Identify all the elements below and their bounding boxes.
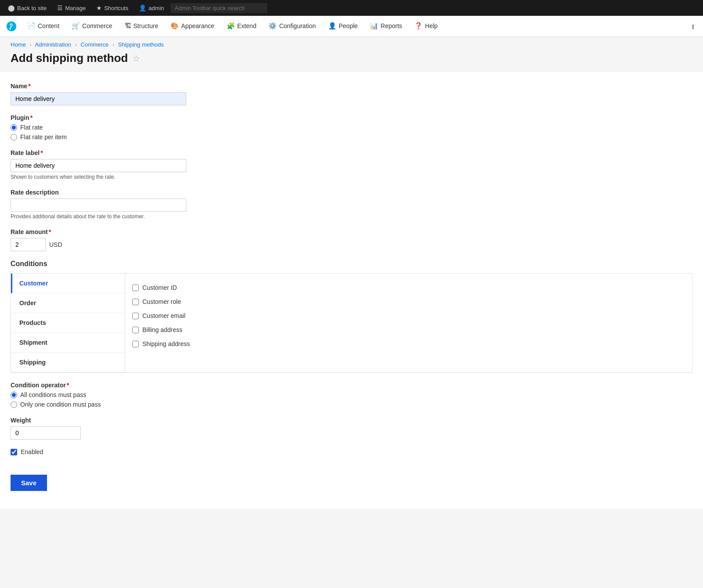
- nav-right: ⫿: [686, 16, 699, 37]
- breadcrumb-administration[interactable]: Administration: [35, 41, 71, 48]
- nav-extend[interactable]: 🧩 Extend: [221, 16, 263, 36]
- nav-people-label: People: [339, 22, 358, 29]
- content-area: Name* Plugin* Flat rate Flat rate per it…: [0, 72, 703, 509]
- people-icon: 👤: [328, 22, 337, 30]
- nav-toggle[interactable]: ⫿: [686, 16, 699, 37]
- condition-shipping-address-label: Shipping address: [142, 340, 190, 347]
- breadcrumb-home[interactable]: Home: [11, 41, 26, 48]
- condition-operator-all[interactable]: All conditions must pass: [11, 391, 692, 398]
- plugin-radio-group: Flat rate Flat rate per item: [11, 124, 692, 141]
- condition-tab-products[interactable]: Products: [11, 313, 125, 333]
- nav-help[interactable]: ❓ Help: [408, 16, 444, 36]
- admin-user[interactable]: 👤 admin: [134, 0, 168, 16]
- weight-field-group: Weight: [11, 417, 692, 440]
- condition-customer-email[interactable]: Customer email: [132, 309, 685, 323]
- back-to-site[interactable]: ⬤ Back to site: [4, 0, 51, 16]
- condition-shipping-address-checkbox[interactable]: [132, 341, 139, 347]
- manage-label: Manage: [65, 5, 86, 11]
- condition-operator-one-label: Only one condition must pass: [20, 401, 101, 408]
- name-required: *: [28, 83, 30, 90]
- nav-structure[interactable]: 🏗 Structure: [119, 16, 165, 36]
- star-icon: ★: [96, 4, 102, 11]
- site-logo[interactable]: [4, 18, 19, 34]
- nav-reports[interactable]: 📊 Reports: [364, 16, 408, 36]
- plugin-flat-rate-per-item-radio[interactable]: [11, 134, 17, 141]
- plugin-flat-rate-per-item[interactable]: Flat rate per item: [11, 133, 692, 141]
- rate-description-field-group: Rate description Provides additional det…: [11, 189, 692, 220]
- conditions-content: Customer ID Customer role Customer email…: [125, 274, 692, 372]
- condition-operator-all-radio[interactable]: [11, 392, 17, 398]
- manage-menu[interactable]: ☰ Manage: [53, 0, 90, 16]
- admin-search-input[interactable]: [170, 3, 267, 13]
- enabled-checkbox[interactable]: [11, 449, 17, 455]
- rate-amount-required: *: [49, 228, 51, 235]
- condition-customer-id[interactable]: Customer ID: [132, 281, 685, 295]
- plugin-flat-rate-radio[interactable]: [11, 124, 17, 131]
- rate-description-label: Rate description: [11, 189, 692, 196]
- conditions-sidebar: Customer Order Products Shipment Shippin…: [11, 274, 125, 372]
- rate-label-field-group: Rate label* Shown to customers when sele…: [11, 149, 692, 180]
- plugin-flat-rate[interactable]: Flat rate: [11, 124, 692, 131]
- shortcuts-menu[interactable]: ★ Shortcuts: [92, 0, 133, 16]
- breadcrumb-sep-2: ›: [75, 41, 77, 48]
- toggle-icon: ⫿: [692, 23, 695, 30]
- rate-amount-input[interactable]: [11, 238, 46, 251]
- condition-tab-shipping[interactable]: Shipping: [11, 353, 125, 372]
- rate-label-required: *: [40, 149, 43, 156]
- name-input[interactable]: [11, 92, 186, 105]
- condition-operator-label: Condition operator*: [11, 382, 692, 389]
- condition-tab-customer[interactable]: Customer: [11, 274, 125, 293]
- help-icon: ❓: [414, 22, 423, 30]
- reports-icon: 📊: [370, 22, 378, 30]
- nav-appearance[interactable]: 🎨 Appearance: [164, 16, 221, 36]
- save-button[interactable]: Save: [11, 475, 47, 491]
- condition-customer-email-checkbox[interactable]: [132, 313, 139, 319]
- extend-icon: 🧩: [227, 22, 235, 30]
- condition-shipping-address[interactable]: Shipping address: [132, 337, 685, 351]
- breadcrumb-sep-1: ›: [29, 41, 31, 48]
- condition-operator-one[interactable]: Only one condition must pass: [11, 401, 692, 408]
- rate-description-input[interactable]: [11, 198, 186, 212]
- nav-configuration[interactable]: ⚙️ Configuration: [262, 16, 322, 36]
- condition-customer-role[interactable]: Customer role: [132, 295, 685, 309]
- weight-label: Weight: [11, 417, 692, 424]
- condition-customer-email-label: Customer email: [142, 312, 185, 319]
- name-field-group: Name*: [11, 83, 692, 105]
- conditions-layout: Customer Order Products Shipment Shippin…: [11, 273, 692, 373]
- nav-appearance-label: Appearance: [181, 22, 214, 29]
- plugin-field-group: Plugin* Flat rate Flat rate per item: [11, 114, 692, 141]
- nav-reports-label: Reports: [380, 22, 402, 29]
- condition-tab-shipment[interactable]: Shipment: [11, 333, 125, 353]
- nav-commerce-label: Commerce: [82, 22, 112, 29]
- condition-customer-id-checkbox[interactable]: [132, 285, 139, 291]
- breadcrumb-shipping-methods[interactable]: Shipping methods: [118, 41, 164, 48]
- plugin-flat-rate-per-item-label: Flat rate per item: [20, 133, 67, 141]
- breadcrumb-sep-3: ›: [112, 41, 114, 48]
- nav-people[interactable]: 👤 People: [322, 16, 364, 36]
- condition-billing-address[interactable]: Billing address: [132, 323, 685, 337]
- conditions-heading: Conditions: [11, 260, 692, 268]
- enabled-checkbox-label[interactable]: Enabled: [11, 448, 692, 455]
- menu-icon: ☰: [57, 4, 63, 11]
- breadcrumb-commerce[interactable]: Commerce: [81, 41, 109, 48]
- commerce-icon: 🛒: [72, 22, 80, 30]
- nav-structure-label: Structure: [134, 22, 159, 29]
- rate-amount-field-group: Rate amount* USD: [11, 228, 692, 251]
- nav-commerce[interactable]: 🛒 Commerce: [65, 16, 118, 36]
- condition-customer-role-checkbox[interactable]: [132, 299, 139, 305]
- rate-amount-label: Rate amount*: [11, 228, 692, 235]
- breadcrumb: Home › Administration › Commerce › Shipp…: [0, 37, 703, 48]
- drupal-icon: ⬤: [8, 4, 15, 11]
- condition-tab-order[interactable]: Order: [11, 293, 125, 313]
- page-title: Add shipping method: [11, 51, 128, 65]
- nav-content[interactable]: 📄 Content: [21, 16, 65, 36]
- condition-operator-one-radio[interactable]: [11, 401, 17, 408]
- rate-label-input[interactable]: [11, 159, 186, 172]
- structure-icon: 🏗: [125, 22, 131, 29]
- admin-toolbar: ⬤ Back to site ☰ Manage ★ Shortcuts 👤 ad…: [0, 0, 703, 16]
- condition-billing-address-checkbox[interactable]: [132, 327, 139, 333]
- weight-input[interactable]: [11, 426, 81, 440]
- condition-operator-group: Condition operator* All conditions must …: [11, 382, 692, 408]
- favorite-icon[interactable]: ☆: [132, 53, 140, 64]
- condition-operator-all-label: All conditions must pass: [20, 391, 86, 398]
